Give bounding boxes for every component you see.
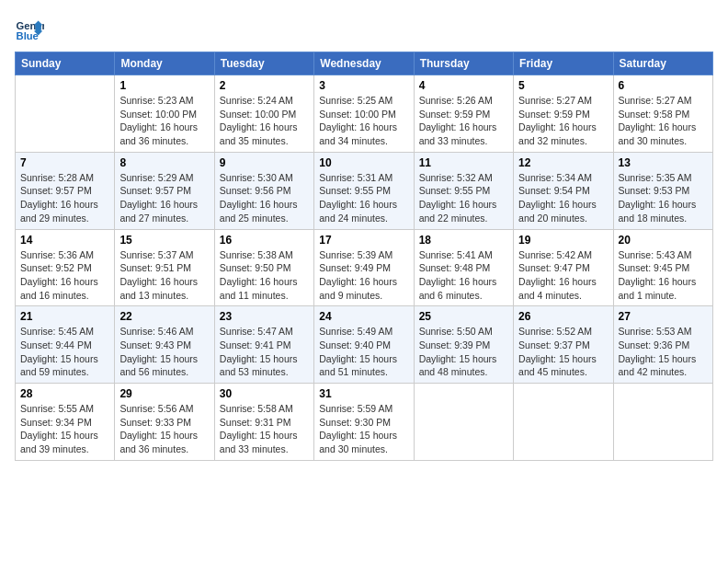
calendar-cell: 12Sunrise: 5:34 AM Sunset: 9:54 PM Dayli…	[514, 152, 613, 229]
day-info: Sunrise: 5:38 AM Sunset: 9:50 PM Dayligh…	[220, 248, 309, 303]
column-header-friday: Friday	[514, 52, 613, 75]
calendar-week-row: 28Sunrise: 5:55 AM Sunset: 9:34 PM Dayli…	[16, 384, 713, 461]
day-number: 17	[319, 234, 408, 247]
day-number: 25	[419, 310, 508, 323]
day-info: Sunrise: 5:47 AM Sunset: 9:41 PM Dayligh…	[220, 325, 309, 379]
day-info: Sunrise: 5:34 AM Sunset: 9:54 PM Dayligh…	[518, 171, 608, 225]
calendar-cell: 7Sunrise: 5:28 AM Sunset: 9:57 PM Daylig…	[16, 152, 115, 229]
day-number: 28	[20, 387, 109, 400]
calendar-cell: 19Sunrise: 5:42 AM Sunset: 9:47 PM Dayli…	[514, 229, 613, 306]
calendar-cell: 6Sunrise: 5:27 AM Sunset: 9:58 PM Daylig…	[613, 75, 712, 153]
day-number: 1	[119, 79, 209, 92]
calendar-cell: 3Sunrise: 5:25 AM Sunset: 10:00 PM Dayli…	[314, 75, 414, 153]
day-info: Sunrise: 5:52 AM Sunset: 9:37 PM Dayligh…	[518, 325, 608, 379]
day-info: Sunrise: 5:53 AM Sunset: 9:36 PM Dayligh…	[619, 325, 708, 379]
calendar-cell	[613, 384, 712, 461]
day-number: 8	[119, 156, 209, 169]
day-number: 14	[20, 234, 109, 247]
calendar-week-row: 7Sunrise: 5:28 AM Sunset: 9:57 PM Daylig…	[16, 152, 713, 229]
day-info: Sunrise: 5:36 AM Sunset: 9:52 PM Dayligh…	[20, 248, 109, 303]
day-number: 9	[220, 156, 309, 169]
calendar-cell: 21Sunrise: 5:45 AM Sunset: 9:44 PM Dayli…	[16, 306, 115, 384]
day-info: Sunrise: 5:28 AM Sunset: 9:57 PM Dayligh…	[20, 171, 109, 225]
calendar-cell: 27Sunrise: 5:53 AM Sunset: 9:36 PM Dayli…	[613, 306, 712, 384]
day-number: 2	[220, 79, 309, 92]
day-number: 13	[619, 156, 708, 169]
day-number: 24	[319, 310, 408, 323]
calendar-cell: 13Sunrise: 5:35 AM Sunset: 9:53 PM Dayli…	[613, 152, 712, 229]
column-header-saturday: Saturday	[613, 52, 712, 75]
day-info: Sunrise: 5:27 AM Sunset: 9:58 PM Dayligh…	[619, 94, 708, 148]
day-number: 6	[619, 79, 708, 92]
calendar-cell: 16Sunrise: 5:38 AM Sunset: 9:50 PM Dayli…	[214, 229, 313, 306]
day-info: Sunrise: 5:30 AM Sunset: 9:56 PM Dayligh…	[220, 171, 309, 225]
day-number: 26	[518, 310, 608, 323]
calendar-week-row: 1Sunrise: 5:23 AM Sunset: 10:00 PM Dayli…	[16, 75, 713, 153]
day-number: 22	[119, 310, 209, 323]
calendar-cell: 15Sunrise: 5:37 AM Sunset: 9:51 PM Dayli…	[115, 229, 214, 306]
calendar-cell	[414, 384, 513, 461]
column-header-wednesday: Wednesday	[314, 52, 414, 75]
day-number: 18	[419, 234, 508, 247]
day-info: Sunrise: 5:56 AM Sunset: 9:33 PM Dayligh…	[119, 402, 209, 456]
day-number: 31	[319, 387, 408, 400]
day-number: 12	[518, 156, 608, 169]
day-info: Sunrise: 5:37 AM Sunset: 9:51 PM Dayligh…	[119, 248, 209, 303]
calendar-cell: 30Sunrise: 5:58 AM Sunset: 9:31 PM Dayli…	[214, 384, 313, 461]
logo-icon: General Blue	[15, 15, 44, 44]
day-info: Sunrise: 5:45 AM Sunset: 9:44 PM Dayligh…	[20, 325, 109, 379]
day-number: 16	[220, 234, 309, 247]
calendar-cell: 8Sunrise: 5:29 AM Sunset: 9:57 PM Daylig…	[115, 152, 214, 229]
day-number: 4	[419, 79, 508, 92]
day-info: Sunrise: 5:25 AM Sunset: 10:00 PM Daylig…	[319, 94, 408, 148]
day-number: 5	[518, 79, 608, 92]
day-info: Sunrise: 5:27 AM Sunset: 9:59 PM Dayligh…	[518, 94, 608, 148]
calendar-cell: 4Sunrise: 5:26 AM Sunset: 9:59 PM Daylig…	[414, 75, 513, 153]
day-info: Sunrise: 5:46 AM Sunset: 9:43 PM Dayligh…	[119, 325, 209, 379]
day-number: 20	[619, 234, 708, 247]
day-number: 29	[119, 387, 209, 400]
day-info: Sunrise: 5:41 AM Sunset: 9:48 PM Dayligh…	[419, 248, 508, 303]
logo: General Blue	[15, 15, 48, 44]
calendar-cell: 26Sunrise: 5:52 AM Sunset: 9:37 PM Dayli…	[514, 306, 613, 384]
calendar-cell	[514, 384, 613, 461]
calendar-cell: 9Sunrise: 5:30 AM Sunset: 9:56 PM Daylig…	[214, 152, 313, 229]
calendar-cell: 20Sunrise: 5:43 AM Sunset: 9:45 PM Dayli…	[613, 229, 712, 306]
day-info: Sunrise: 5:39 AM Sunset: 9:49 PM Dayligh…	[319, 248, 408, 303]
calendar-cell: 23Sunrise: 5:47 AM Sunset: 9:41 PM Dayli…	[214, 306, 313, 384]
calendar-cell: 1Sunrise: 5:23 AM Sunset: 10:00 PM Dayli…	[115, 75, 214, 153]
day-number: 3	[319, 79, 408, 92]
calendar-cell: 17Sunrise: 5:39 AM Sunset: 9:49 PM Dayli…	[314, 229, 414, 306]
day-info: Sunrise: 5:31 AM Sunset: 9:55 PM Dayligh…	[319, 171, 408, 225]
calendar-cell: 28Sunrise: 5:55 AM Sunset: 9:34 PM Dayli…	[16, 384, 115, 461]
calendar-cell: 5Sunrise: 5:27 AM Sunset: 9:59 PM Daylig…	[514, 75, 613, 153]
calendar-cell: 31Sunrise: 5:59 AM Sunset: 9:30 PM Dayli…	[314, 384, 414, 461]
calendar-cell: 10Sunrise: 5:31 AM Sunset: 9:55 PM Dayli…	[314, 152, 414, 229]
calendar-header-row: SundayMondayTuesdayWednesdayThursdayFrid…	[16, 52, 713, 75]
calendar-week-row: 21Sunrise: 5:45 AM Sunset: 9:44 PM Dayli…	[16, 306, 713, 384]
day-info: Sunrise: 5:50 AM Sunset: 9:39 PM Dayligh…	[419, 325, 508, 379]
day-number: 30	[220, 387, 309, 400]
calendar-table: SundayMondayTuesdayWednesdayThursdayFrid…	[15, 52, 713, 461]
day-info: Sunrise: 5:49 AM Sunset: 9:40 PM Dayligh…	[319, 325, 408, 379]
day-info: Sunrise: 5:59 AM Sunset: 9:30 PM Dayligh…	[319, 402, 408, 456]
day-number: 19	[518, 234, 608, 247]
column-header-thursday: Thursday	[414, 52, 513, 75]
day-info: Sunrise: 5:32 AM Sunset: 9:55 PM Dayligh…	[419, 171, 508, 225]
calendar-cell: 18Sunrise: 5:41 AM Sunset: 9:48 PM Dayli…	[414, 229, 513, 306]
day-info: Sunrise: 5:42 AM Sunset: 9:47 PM Dayligh…	[518, 248, 608, 303]
day-info: Sunrise: 5:23 AM Sunset: 10:00 PM Daylig…	[119, 94, 209, 148]
calendar-cell: 11Sunrise: 5:32 AM Sunset: 9:55 PM Dayli…	[414, 152, 513, 229]
day-info: Sunrise: 5:29 AM Sunset: 9:57 PM Dayligh…	[119, 171, 209, 225]
calendar-cell: 24Sunrise: 5:49 AM Sunset: 9:40 PM Dayli…	[314, 306, 414, 384]
page-header: General Blue	[15, 15, 713, 44]
calendar-cell: 22Sunrise: 5:46 AM Sunset: 9:43 PM Dayli…	[115, 306, 214, 384]
calendar-cell: 2Sunrise: 5:24 AM Sunset: 10:00 PM Dayli…	[214, 75, 313, 153]
day-number: 7	[20, 156, 109, 169]
day-info: Sunrise: 5:24 AM Sunset: 10:00 PM Daylig…	[220, 94, 309, 148]
calendar-cell: 25Sunrise: 5:50 AM Sunset: 9:39 PM Dayli…	[414, 306, 513, 384]
calendar-cell: 14Sunrise: 5:36 AM Sunset: 9:52 PM Dayli…	[16, 229, 115, 306]
day-info: Sunrise: 5:58 AM Sunset: 9:31 PM Dayligh…	[220, 402, 309, 456]
day-info: Sunrise: 5:26 AM Sunset: 9:59 PM Dayligh…	[419, 94, 508, 148]
column-header-monday: Monday	[115, 52, 214, 75]
